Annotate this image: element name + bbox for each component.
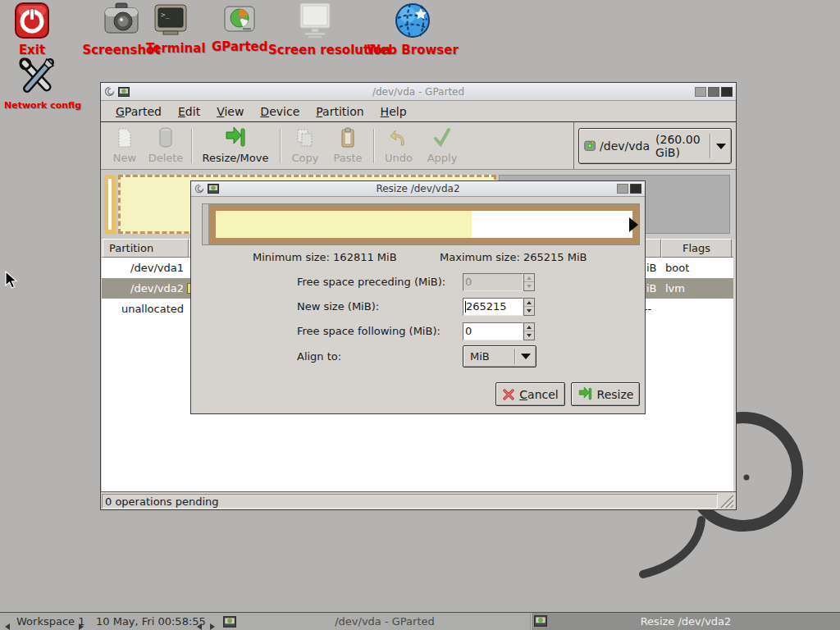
spin-up-icon[interactable]	[524, 299, 534, 307]
window-menu-swirl-icon[interactable]	[104, 86, 115, 97]
workspace-label[interactable]: Workspace 1	[16, 613, 84, 630]
resize-dialog: Resize /dev/vda2 Minimum size: 162811 Mi…	[190, 180, 646, 414]
menu-device[interactable]: Device	[252, 103, 308, 121]
toolbar-separator	[191, 129, 193, 163]
device-selector-frame: /dev/vda (260.00 GiB)	[573, 122, 736, 169]
resize-grip[interactable]	[719, 494, 735, 509]
free-space-preceding-input[interactable]: 0	[463, 273, 523, 291]
taskbar-task-resize-dialog[interactable]: Resize /dev/vda2	[532, 613, 840, 630]
toolbar-delete-button[interactable]: Delete	[145, 126, 186, 167]
new-size-input[interactable]: 265215	[463, 298, 523, 316]
menu-view[interactable]: View	[208, 103, 252, 121]
toolbar-resize-move-button[interactable]: Resize/Move	[198, 126, 273, 167]
menu-edit[interactable]: Edit	[170, 103, 208, 121]
new-size-spinner[interactable]	[523, 298, 535, 316]
app-mini-icon	[208, 184, 219, 194]
device-size: (260.00 GiB)	[655, 133, 710, 159]
device-selector-combobox[interactable]: /dev/vda (260.00 GiB)	[578, 128, 732, 164]
desktop-icon-label: GParted	[212, 39, 267, 54]
taskbar-clock: 10 May, Fri 00:58:55	[96, 613, 206, 630]
resize-arrow-icon	[578, 387, 593, 401]
toolbar-undo-button[interactable]: Undo	[380, 126, 418, 167]
close-button[interactable]	[721, 87, 733, 97]
chevron-down-icon	[716, 144, 726, 149]
toolbar-new-button[interactable]: New	[107, 126, 142, 167]
paste-icon	[329, 127, 367, 150]
spin-down-icon[interactable]	[524, 307, 534, 315]
taskbar: Workspace 1 10 May, Fri 00:58:55 /dev/vd…	[0, 612, 840, 630]
desktop-icon-label: Terminal	[146, 41, 195, 56]
menu-gparted[interactable]: GParted	[107, 103, 170, 121]
desktop-icon-web-browser[interactable]: Web Browser	[363, 2, 462, 57]
device-disk-icon	[584, 139, 596, 154]
desktop-icon-gparted[interactable]: GParted	[212, 5, 267, 54]
menu-help[interactable]: Help	[372, 103, 415, 121]
resize-left-handle[interactable]	[203, 204, 209, 244]
maximize-button[interactable]	[708, 87, 719, 97]
svg-text:>_: >_	[161, 11, 170, 19]
copy-icon	[286, 127, 324, 150]
free-space-following-spinbox: 0	[463, 322, 535, 340]
cancel-x-icon	[502, 388, 515, 401]
status-bar: 0 operations pending	[101, 491, 736, 509]
menu-partition[interactable]: Partition	[308, 103, 372, 121]
toolbar-paste-button[interactable]: Paste	[329, 126, 367, 167]
workspace-next-arrow[interactable]	[79, 618, 84, 630]
minimize-button[interactable]	[695, 87, 706, 97]
camera-icon	[103, 2, 140, 39]
desktop-icon-exit[interactable]: Exit	[8, 2, 56, 57]
resize-right-handle-arrow[interactable]	[629, 217, 638, 232]
main-window-title: /dev/vda - GParted	[101, 86, 736, 98]
align-to-label: Align to:	[297, 348, 341, 366]
undo-icon	[380, 127, 418, 150]
dialog-close-button[interactable]	[630, 184, 641, 194]
desktop-icon-label: Web Browser	[363, 43, 462, 57]
new-size-label: New size (MiB):	[297, 298, 379, 316]
delete-icon	[145, 127, 186, 150]
new-partition-icon	[107, 127, 142, 150]
mouse-cursor	[5, 271, 18, 290]
dialog-shade-button[interactable]	[617, 184, 628, 194]
window-menu-swirl-icon[interactable]	[194, 184, 204, 194]
free-space-preceding-spinbox: 0	[463, 273, 535, 291]
free-space-following-label: Free space following (MiB):	[297, 322, 441, 340]
align-to-value: MiB	[470, 350, 490, 363]
free-space-following-spinner[interactable]	[523, 322, 535, 340]
exit-power-icon	[13, 2, 51, 39]
column-header-partition[interactable]: Partition	[103, 239, 189, 258]
main-window-titlebar[interactable]: /dev/vda - GParted	[101, 83, 736, 101]
spin-down-icon[interactable]	[524, 282, 534, 290]
task-scroll-left-arrow[interactable]	[197, 618, 202, 630]
column-header-flags[interactable]: Flags	[661, 239, 732, 258]
spin-up-icon[interactable]	[524, 274, 534, 282]
toolbar-apply-button[interactable]: Apply	[422, 126, 462, 167]
free-space-following-input[interactable]: 0	[463, 322, 523, 340]
align-to-dropdown[interactable]: MiB	[463, 345, 536, 368]
menubar: GParted Edit View Device Partition Help	[101, 101, 736, 122]
desktop-icon-network-config[interactable]: Network config	[4, 57, 70, 111]
toolbar: New Delete Resize	[101, 122, 736, 170]
desktop-icon-terminal[interactable]: >_ Terminal	[146, 3, 195, 56]
dialog-titlebar[interactable]: Resize /dev/vda2	[191, 181, 645, 197]
dialog-title: Resize /dev/vda2	[191, 183, 645, 194]
resize-button[interactable]: Resize	[571, 382, 640, 406]
cancel-button[interactable]: Cancel	[495, 382, 565, 406]
device-path: /dev/vda	[600, 139, 650, 153]
partition-frame[interactable]	[209, 204, 639, 244]
free-space-preceding-spinner[interactable]	[523, 273, 535, 291]
desktop-icon-screen-resolution[interactable]: Screen resolution	[268, 2, 361, 57]
spin-up-icon[interactable]	[524, 323, 534, 331]
partition-graphic-vda1[interactable]	[104, 175, 116, 234]
apply-check-icon	[422, 127, 462, 150]
desktop-icon-label: Exit	[8, 43, 56, 57]
used-space-bar	[216, 211, 472, 238]
workspace-prev-arrow[interactable]	[5, 618, 10, 630]
task-scroll-right-arrow[interactable]	[210, 618, 215, 630]
combo-divider	[710, 134, 710, 158]
minimum-size-label: Minimum size: 162811 MiB	[253, 251, 397, 263]
free-space-preceding-label: Free space preceding (MiB):	[297, 273, 445, 291]
desktop-icon-label: Screen resolution	[268, 43, 361, 57]
toolbar-copy-button[interactable]: Copy	[286, 126, 324, 167]
spin-down-icon[interactable]	[524, 331, 534, 340]
taskbar-task-main-window[interactable]: /dev/vda - GParted	[240, 613, 530, 630]
